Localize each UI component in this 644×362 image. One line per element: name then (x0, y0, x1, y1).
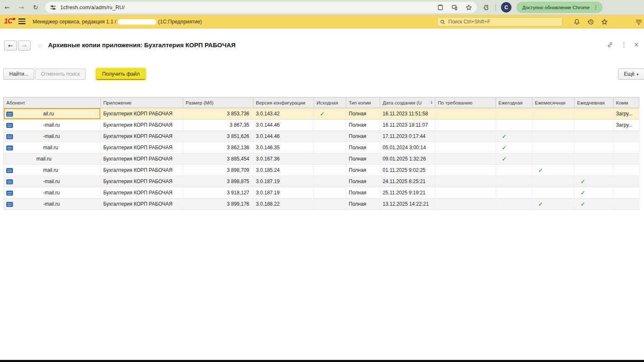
cell-monthly[interactable] (532, 108, 575, 120)
history-icon[interactable] (586, 18, 595, 26)
cell-created[interactable]: 24.11.2025 8:25:21 (380, 176, 435, 187)
table-row[interactable]: ail.ruБухгалтерия КОРП РАБОЧАЯ3 853,7363… (4, 108, 639, 120)
table-row[interactable]: mail.ruБухгалтерия КОРП РАБОЧАЯ3 885,454… (4, 153, 639, 165)
cell-type[interactable]: Полная (346, 176, 380, 187)
cell-size[interactable]: 3 853,736 (183, 108, 253, 120)
cell-type[interactable]: Полная (346, 108, 380, 120)
cell-abonent[interactable]: -mail.ru (4, 187, 101, 199)
cancel-search-button[interactable]: Отменить поиск (35, 69, 86, 80)
cell-app[interactable]: Бухгалтерия КОРП РАБОЧАЯ (101, 131, 183, 142)
more-button[interactable]: Ещё▾ (618, 69, 644, 80)
notifications-bell-icon[interactable] (572, 18, 581, 26)
browser-back-icon[interactable]: ← (0, 0, 14, 15)
cell-on_demand[interactable] (435, 176, 496, 187)
cell-original[interactable] (314, 187, 346, 199)
table-row[interactable]: -mail.ruБухгалтерия КОРП РАБОЧАЯ3 867,35… (4, 120, 639, 131)
cell-daily[interactable] (575, 108, 613, 120)
cell-type[interactable]: Полная (346, 153, 380, 165)
browser-reload-icon[interactable]: ↻ (28, 0, 43, 15)
cell-original[interactable] (314, 142, 346, 153)
cell-yearly[interactable] (496, 120, 532, 131)
cell-monthly[interactable]: ✓ (532, 165, 575, 176)
column-header-type[interactable]: Тип копии (346, 97, 380, 108)
cell-original[interactable] (314, 120, 346, 131)
cell-abonent[interactable]: mail.ru (4, 142, 101, 153)
cell-version[interactable]: 3.0.187.19 (253, 176, 314, 187)
cell-comment[interactable]: Загру... (613, 120, 639, 131)
cell-abonent[interactable]: -mail.ru (4, 176, 101, 187)
cell-version[interactable]: 3.0.167.36 (253, 153, 314, 165)
extensions-puzzle-icon[interactable] (483, 4, 490, 11)
cell-size[interactable]: 3 899,176 (183, 199, 253, 210)
cell-created[interactable]: 16.11.2023 18:11:07 (380, 120, 435, 131)
cell-on_demand[interactable] (435, 120, 496, 131)
cell-monthly[interactable]: ✓ (532, 199, 575, 210)
cell-app[interactable]: Бухгалтерия КОРП РАБОЧАЯ (101, 108, 183, 120)
table-row[interactable]: -mail.ruБухгалтерия КОРП РАБОЧАЯ3 898,87… (4, 176, 639, 187)
column-header-created[interactable]: Дата создания (U↓ (380, 97, 435, 108)
cell-abonent[interactable]: mail.ru (4, 165, 101, 176)
cell-size[interactable]: 3 867,35 (183, 120, 253, 131)
column-header-yearly[interactable]: Ежегодная (496, 97, 532, 108)
column-header-version[interactable]: Версия конфигурации (253, 97, 314, 108)
cell-daily[interactable] (575, 142, 613, 153)
panel-toggle-icon[interactable] (634, 18, 643, 26)
browser-forward-icon[interactable]: → (14, 0, 28, 15)
bookmark-square-icon[interactable] (437, 4, 444, 11)
cell-on_demand[interactable] (435, 131, 496, 142)
cell-original[interactable] (314, 165, 346, 176)
cell-comment[interactable] (613, 153, 639, 165)
column-header-comment[interactable]: Комм (613, 97, 639, 108)
cell-on_demand[interactable] (435, 187, 496, 199)
table-row[interactable]: mail.ruБухгалтерия КОРП РАБОЧАЯ3 898,709… (4, 165, 639, 176)
cell-monthly[interactable] (532, 142, 575, 153)
column-header-monthly[interactable]: Ежемесячная (532, 97, 575, 108)
cell-abonent[interactable]: -mail.ru (4, 131, 101, 142)
cell-original[interactable] (314, 199, 346, 210)
page-menu-icon[interactable]: ⋮ (621, 41, 627, 48)
cell-version[interactable]: 3.0.188.22 (253, 199, 314, 210)
cell-yearly[interactable] (496, 199, 532, 210)
cell-app[interactable]: Бухгалтерия КОРП РАБОЧАЯ (101, 187, 183, 199)
cell-abonent[interactable]: ail.ru (4, 108, 101, 120)
search-input[interactable] (447, 18, 560, 25)
cell-on_demand[interactable] (435, 199, 496, 210)
cell-comment[interactable] (613, 142, 639, 153)
cell-daily[interactable]: ✓ (575, 199, 613, 210)
cell-on_demand[interactable] (435, 108, 496, 120)
page-forward-button[interactable]: → (18, 41, 31, 51)
cell-size[interactable]: 3 898,709 (183, 165, 253, 176)
column-header-daily[interactable]: Ежедневная (575, 97, 613, 108)
cell-app[interactable]: Бухгалтерия КОРП РАБОЧАЯ (101, 165, 183, 176)
cell-created[interactable]: 25.11.2025 9:19:21 (380, 187, 435, 199)
column-header-on_demand[interactable]: По требованию (435, 97, 496, 108)
favorites-star-icon[interactable] (600, 18, 609, 26)
cell-comment[interactable] (613, 131, 639, 142)
address-bar[interactable]: 1cfresh.com/a/adm/ru_RU/ (45, 2, 477, 13)
cell-type[interactable]: Полная (346, 165, 380, 176)
cell-version[interactable]: 3.0.146.35 (253, 142, 314, 153)
table-row[interactable]: -mail.ruБухгалтерия КОРП РАБОЧАЯ3 851,62… (4, 131, 639, 142)
cell-created[interactable]: 17.11.2023 0:17:44 (380, 131, 435, 142)
cell-size[interactable]: 3 862,136 (183, 142, 253, 153)
cell-abonent[interactable]: -mail.ru (4, 199, 101, 210)
cell-created[interactable]: 09.01.2025 1:32:26 (380, 153, 435, 165)
cell-daily[interactable]: ✓ (575, 176, 613, 187)
site-info-icon[interactable] (49, 4, 57, 11)
cell-comment[interactable]: Загру... (613, 108, 639, 120)
cell-version[interactable]: 3.0.144.46 (253, 131, 314, 142)
find-button[interactable]: Найти... (3, 69, 34, 80)
cell-yearly[interactable] (496, 187, 532, 199)
cell-version[interactable]: 3.0.143.42 (253, 108, 314, 120)
chrome-update-button[interactable]: Доступно обновление Chrome ⋮ (516, 2, 603, 13)
cell-original[interactable] (314, 176, 346, 187)
cell-daily[interactable] (575, 131, 613, 142)
cell-comment[interactable] (613, 165, 639, 176)
cell-daily[interactable]: ✓ (575, 187, 613, 199)
cell-version[interactable]: 3.0.144.46 (253, 120, 314, 131)
page-back-button[interactable]: ← (4, 41, 17, 51)
cell-yearly[interactable] (496, 108, 532, 120)
chrome-menu-icon[interactable]: ⋮ (593, 5, 598, 10)
send-to-devices-icon[interactable] (451, 4, 458, 11)
cell-app[interactable]: Бухгалтерия КОРП РАБОЧАЯ (101, 120, 183, 131)
